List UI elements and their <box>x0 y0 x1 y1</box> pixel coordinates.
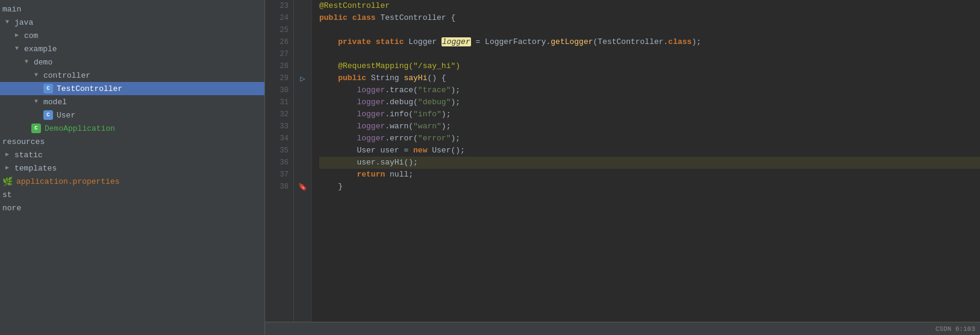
line-num-32: 32 <box>267 108 289 121</box>
code-line-27 <box>319 48 980 60</box>
line-num-29: 29 <box>267 72 289 84</box>
line-num-31: 31 <box>267 96 289 108</box>
chevron-com: ▶ <box>12 31 22 40</box>
code-line-36: user.sayHi(); <box>319 157 980 169</box>
line-num-26: 26 <box>267 36 289 48</box>
tree-label-controller: controller <box>43 71 90 80</box>
gutter-25 <box>294 24 311 36</box>
properties-icon: 🌿 <box>2 177 13 187</box>
gutter-36 <box>294 157 311 169</box>
line-num-36: 36 <box>267 157 289 169</box>
tree-item-testcontroller[interactable]: C TestController <box>0 82 264 95</box>
gutter-30 <box>294 84 311 96</box>
code-line-23: @RestController <box>319 0 980 12</box>
highlight-logger: logger <box>442 37 471 46</box>
code-line-30: logger.trace("trace"); <box>319 84 980 96</box>
tree-item-demoapplication[interactable]: C DemoApplication <box>0 122 264 135</box>
line-num-28: 28 <box>267 60 289 72</box>
gutter-28 <box>294 60 311 72</box>
code-line-35: User user = new User(); <box>319 145 980 157</box>
line-num-25: 25 <box>267 24 289 36</box>
code-line-33: logger.warn("warn"); <box>319 121 980 133</box>
tree-item-example[interactable]: ▼ example <box>0 42 264 55</box>
code-line-28: @RequestMapping("/say_hi") <box>319 60 980 72</box>
tree-label-main: main <box>2 5 21 14</box>
tree-label-static: static <box>14 151 43 160</box>
line-numbers: 23 24 25 26 27 28 29 30 31 32 33 34 35 3… <box>265 0 294 322</box>
chevron-demo: ▼ <box>22 57 31 67</box>
tree-label-java: java <box>14 18 33 27</box>
gutter-29: ▷ <box>294 72 311 84</box>
code-area: 23 24 25 26 27 28 29 30 31 32 33 34 35 3… <box>265 0 980 322</box>
tree-label-demoapplication: DemoApplication <box>45 124 115 133</box>
code-line-26: private static Logger logger = LoggerFac… <box>319 36 980 48</box>
tree-item-main: main <box>0 2 264 16</box>
class-icon-user: C <box>43 110 53 120</box>
tree-label-templates: templates <box>14 164 57 173</box>
tree-label-application-properties: application.properties <box>16 177 120 186</box>
line-num-34: 34 <box>267 133 289 145</box>
gutter-23 <box>294 0 311 12</box>
line-num-38: 38 <box>267 181 289 193</box>
tree-item-demo[interactable]: ▼ demo <box>0 55 264 69</box>
tree-label-nore: nore <box>2 204 21 213</box>
chevron-java: ▼ <box>2 17 12 27</box>
line-num-24: 24 <box>267 12 289 24</box>
status-bar: CSDN 6:103 <box>265 322 980 335</box>
code-lines[interactable]: @RestController public class TestControl… <box>312 0 980 322</box>
tree-item-controller[interactable]: ▼ controller <box>0 69 264 82</box>
gutter-area: ▷ 🔖 <box>294 0 312 322</box>
code-line-37: return null; <box>319 169 980 181</box>
status-text: CSDN 6:103 <box>935 325 975 333</box>
line-num-30: 30 <box>267 84 289 96</box>
gutter-38: 🔖 <box>294 181 311 193</box>
class-icon-demoapplication: C <box>31 124 41 133</box>
code-editor[interactable]: 23 24 25 26 27 28 29 30 31 32 33 34 35 3… <box>265 0 980 335</box>
gutter-37 <box>294 169 311 181</box>
tree-label-demo: demo <box>34 58 52 67</box>
chevron-model: ▼ <box>31 97 41 107</box>
gutter-34 <box>294 133 311 145</box>
class-icon-testcontroller: C <box>43 84 53 93</box>
tree-label-resources: resources <box>2 137 45 146</box>
gutter-24 <box>294 12 311 24</box>
tree-item-templates[interactable]: ▶ templates <box>0 161 264 175</box>
tree-item-com[interactable]: ▶ com <box>0 29 264 42</box>
code-line-31: logger.debug("debug"); <box>319 96 980 108</box>
gutter-26 <box>294 36 311 48</box>
tree-item-java[interactable]: ▼ java <box>0 16 264 29</box>
chevron-templates: ▶ <box>2 163 12 173</box>
tree-label-st: st <box>2 190 12 199</box>
tree-label-testcontroller: TestController <box>57 84 122 93</box>
code-line-32: logger.info("info"); <box>319 108 980 121</box>
tree-label-com: com <box>24 31 38 40</box>
gutter-27 <box>294 48 311 60</box>
tree-item-user[interactable]: C User <box>0 108 264 122</box>
line-num-23: 23 <box>267 0 289 12</box>
tree-label-user: User <box>57 111 75 120</box>
tree-item-resources: resources <box>0 135 264 148</box>
line-num-27: 27 <box>267 48 289 60</box>
line-num-35: 35 <box>267 145 289 157</box>
code-line-38: } <box>319 181 980 193</box>
tree-item-nore: nore <box>0 201 264 214</box>
tree-item-application-properties[interactable]: 🌿 application.properties <box>0 175 264 188</box>
tree-item-model[interactable]: ▼ model <box>0 95 264 108</box>
gutter-32 <box>294 108 311 121</box>
line-num-33: 33 <box>267 121 289 133</box>
gutter-31 <box>294 96 311 108</box>
chevron-example: ▼ <box>12 44 22 54</box>
code-line-25 <box>319 24 980 36</box>
chevron-controller: ▼ <box>31 70 41 80</box>
chevron-static: ▶ <box>2 150 12 160</box>
tree-item-st: st <box>0 188 264 201</box>
gutter-35 <box>294 145 311 157</box>
tree-label-example: example <box>24 45 57 54</box>
tree-item-static[interactable]: ▶ static <box>0 148 264 161</box>
tree-label-model: model <box>43 98 67 107</box>
code-line-34: logger.error("error"); <box>319 133 980 145</box>
code-line-29: public String sayHi() { <box>319 72 980 84</box>
gutter-33 <box>294 121 311 133</box>
file-tree[interactable]: main ▼ java ▶ com ▼ example ▼ demo <box>0 0 265 335</box>
line-num-37: 37 <box>267 169 289 181</box>
